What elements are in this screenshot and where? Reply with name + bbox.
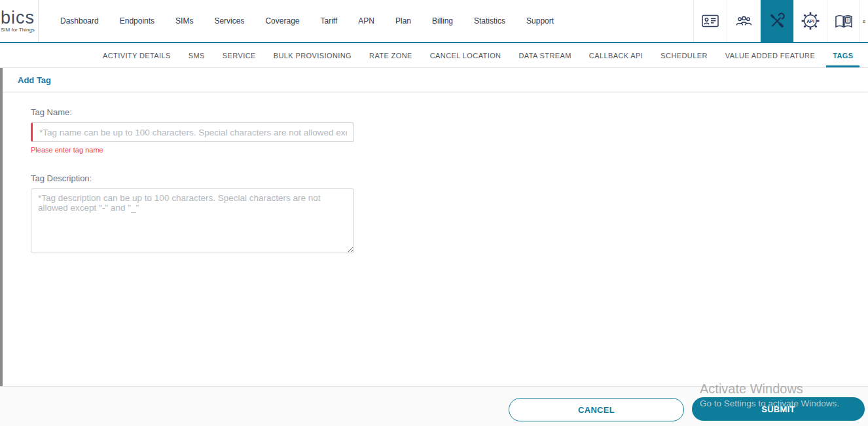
left-edge-strip: [0, 68, 3, 426]
tag-description-label: Tag Description:: [31, 173, 424, 183]
nav-item-services[interactable]: Services: [214, 16, 244, 26]
nav-item-sims[interactable]: SIMs: [175, 16, 193, 26]
tag-name-error: Please enter tag name: [31, 146, 424, 154]
tab-tags[interactable]: TAGS: [833, 43, 853, 67]
submit-button[interactable]: SUBMIT: [692, 397, 865, 421]
svg-text:i: i: [847, 18, 848, 22]
nav-item-endpoints[interactable]: Endpoints: [120, 16, 154, 26]
tab-rate-zone[interactable]: RATE ZONE: [369, 43, 412, 67]
nav-item-plan[interactable]: Plan: [395, 16, 411, 26]
tab-scheduler[interactable]: SCHEDULER: [660, 43, 707, 67]
tab-value-added-feature[interactable]: VALUE ADDED FEATURE: [725, 43, 815, 67]
user-groups-icon[interactable]: [727, 0, 760, 42]
top-header: bics SIM for Things DashboardEndpointsSI…: [0, 0, 868, 43]
page-title-bar: Add Tag: [0, 69, 868, 92]
nav-item-statistics[interactable]: Statistics: [474, 16, 505, 26]
tab-activity-details[interactable]: ACTIVITY DETAILS: [103, 43, 171, 67]
nav-item-coverage[interactable]: Coverage: [265, 16, 299, 26]
contact-card-icon[interactable]: [693, 0, 727, 42]
nav-item-apn[interactable]: APN: [358, 16, 374, 26]
tab-data-stream[interactable]: DATA STREAM: [518, 43, 571, 67]
cancel-button[interactable]: CANCEL: [509, 398, 684, 421]
svg-text:API: API: [806, 19, 814, 24]
tools-icon[interactable]: [760, 0, 793, 42]
main-nav: DashboardEndpointsSIMsServicesCoverageTa…: [60, 0, 554, 42]
brand-logo-text: bics: [1, 9, 38, 26]
api-gear-icon[interactable]: API: [793, 0, 827, 42]
tab-bulk-provisioning[interactable]: BULK PROVISIONING: [274, 43, 352, 67]
header-icon-cells: API i: [693, 0, 860, 42]
tab-sms[interactable]: SMS: [189, 43, 205, 67]
brand-logo[interactable]: bics SIM for Things: [0, 0, 39, 42]
tab-cancel-location[interactable]: CANCEL LOCATION: [430, 43, 501, 67]
page-title: Add Tag: [18, 75, 51, 85]
tag-name-input[interactable]: [31, 122, 354, 142]
tag-name-label: Tag Name:: [31, 107, 424, 117]
nav-item-dashboard[interactable]: Dashboard: [60, 16, 99, 26]
tab-service[interactable]: SERVICE: [223, 43, 256, 67]
form-footer: CANCEL SUBMIT: [0, 386, 868, 426]
tag-description-textarea[interactable]: [31, 188, 354, 253]
brand-tagline: SIM for Things: [1, 27, 38, 33]
add-tag-form: Tag Name: Please enter tag name Tag Desc…: [31, 92, 424, 253]
sub-nav-tabs: ACTIVITY DETAILSSMSSERVICEBULK PROVISION…: [0, 43, 868, 68]
nav-item-billing[interactable]: Billing: [432, 16, 453, 26]
docs-book-icon[interactable]: i: [827, 0, 860, 42]
clipped-edge-text: s: [860, 0, 868, 42]
tab-callback-api[interactable]: CALLBACK API: [589, 43, 643, 67]
nav-item-tariff[interactable]: Tariff: [320, 16, 337, 26]
nav-item-support[interactable]: Support: [526, 16, 554, 26]
